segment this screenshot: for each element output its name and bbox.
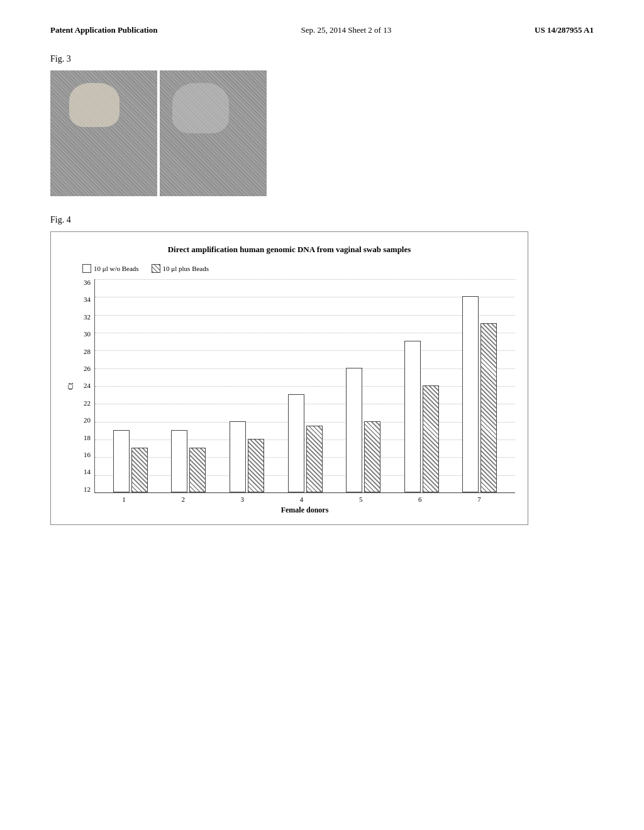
bar-hatched <box>480 323 497 492</box>
donor-group <box>450 296 509 492</box>
bar-white <box>230 421 246 492</box>
y-tick: 30 <box>84 331 91 338</box>
header-center: Sep. 25, 2014 Sheet 2 of 13 <box>301 25 391 35</box>
x-label: 1 <box>94 495 153 503</box>
legend-label-2: 10 μl plus Beads <box>163 265 209 272</box>
bar-hatched <box>306 426 323 492</box>
y-tick: 16 <box>84 451 91 458</box>
bar-hatched <box>248 439 264 492</box>
x-label: 3 <box>213 495 272 503</box>
chart-title: Direct amplification human genomic DNA f… <box>64 245 515 255</box>
fig4-container: Direct amplification human genomic DNA f… <box>50 231 528 525</box>
bar-hatched <box>131 448 148 492</box>
bar-hatched <box>423 385 439 492</box>
y-tick: 14 <box>84 468 91 475</box>
x-label: 2 <box>153 495 213 503</box>
y-tick: 32 <box>84 314 91 321</box>
header-right: US 14/287955 A1 <box>535 25 594 35</box>
donor-group <box>101 430 160 492</box>
x-axis-title: Female donors <box>94 506 515 515</box>
bar-white <box>462 296 479 492</box>
legend-box-white <box>82 264 91 273</box>
bar-hatched <box>189 448 206 492</box>
chart-with-yaxis: Ct 36343230282624222018161412 1234567 Fe… <box>64 279 515 515</box>
y-tick: 24 <box>84 382 91 389</box>
donor-group <box>160 430 218 492</box>
y-tick: 36 <box>84 279 91 286</box>
chart-plot <box>94 279 515 493</box>
page-header: Patent Application Publication Sep. 25, … <box>50 25 594 35</box>
bar-white <box>171 430 187 492</box>
x-axis-labels: 1234567 <box>94 493 515 503</box>
x-label: 7 <box>450 495 509 503</box>
bars-area <box>95 279 515 492</box>
bar-white <box>346 368 362 492</box>
page: Patent Application Publication Sep. 25, … <box>0 0 644 830</box>
y-axis-ticks: 36343230282624222018161412 <box>75 279 94 493</box>
donor-group <box>218 421 276 492</box>
chart-body: 1234567 Female donors <box>94 279 515 515</box>
fig4-label: Fig. 4 <box>50 215 594 225</box>
y-tick: 20 <box>84 417 91 424</box>
legend-item-1: 10 μl w/o Beads <box>82 264 139 273</box>
x-label: 4 <box>272 495 331 503</box>
x-label: 5 <box>331 495 391 503</box>
x-label: 6 <box>391 495 450 503</box>
chart-legend: 10 μl w/o Beads 10 μl plus Beads <box>82 264 515 273</box>
y-tick: 12 <box>84 486 91 493</box>
y-tick: 18 <box>84 434 91 441</box>
legend-label-1: 10 μl w/o Beads <box>94 265 139 272</box>
y-tick: 22 <box>84 400 91 407</box>
legend-item-2: 10 μl plus Beads <box>152 264 209 273</box>
fig3-image-right <box>160 70 267 196</box>
bar-white <box>404 341 421 492</box>
y-tick: 26 <box>84 365 91 372</box>
donor-group <box>334 368 392 492</box>
bar-hatched <box>364 421 380 492</box>
bar-white <box>113 430 130 492</box>
y-tick: 34 <box>84 296 91 303</box>
fig3-container <box>50 70 594 196</box>
y-axis-label: Ct <box>64 279 75 493</box>
header-left: Patent Application Publication <box>50 25 157 35</box>
legend-box-hatched <box>152 264 160 273</box>
bar-white <box>288 394 304 492</box>
gridline <box>95 493 515 494</box>
fig3-image-left <box>50 70 157 196</box>
y-tick: 28 <box>84 348 91 355</box>
fig3-label: Fig. 3 <box>50 54 594 64</box>
donor-group <box>276 394 335 492</box>
donor-group <box>392 341 451 492</box>
